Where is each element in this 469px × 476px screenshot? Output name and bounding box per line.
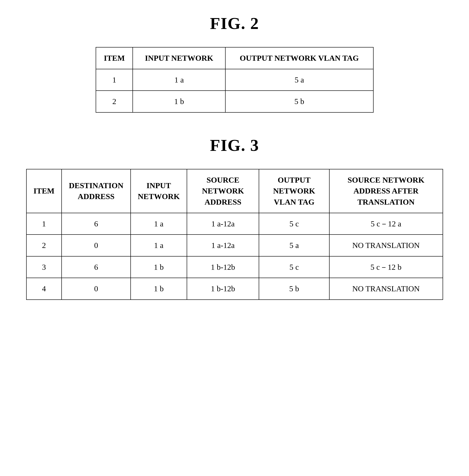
table-cell: 1 a <box>131 235 187 256</box>
table-cell: 1 b <box>131 256 187 278</box>
fig3-header-item: ITEM <box>26 169 62 213</box>
table-cell: NO TRANSLATION <box>329 278 443 300</box>
table-cell: 1 b-12b <box>187 278 259 300</box>
table-cell: 1 b-12b <box>187 256 259 278</box>
fig3-header-source-after-translation: SOURCE NETWORK ADDRESS AFTER TRANSLATION <box>329 169 443 213</box>
table-cell: 1 <box>26 213 62 235</box>
table-cell: 5 c <box>259 256 329 278</box>
fig2-table: ITEM INPUT NETWORK OUTPUT NETWORK VLAN T… <box>96 47 373 113</box>
table-cell: 4 <box>26 278 62 300</box>
table-cell: 5 c－12 a <box>329 213 443 235</box>
table-cell: 3 <box>26 256 62 278</box>
table-cell: 2 <box>96 91 133 112</box>
figure-2-section: FIG. 2 ITEM INPUT NETWORK OUTPUT NETWORK… <box>18 14 451 113</box>
table-cell: 1 a-12a <box>187 235 259 256</box>
table-cell: 1 a <box>131 213 187 235</box>
fig3-header-dest-addr: DESTINATION ADDRESS <box>62 169 131 213</box>
table-row: 11 a5 a <box>96 69 373 91</box>
table-cell: 6 <box>62 256 131 278</box>
table-cell: 5 a <box>259 235 329 256</box>
table-cell: 6 <box>62 213 131 235</box>
table-cell: 5 c <box>259 213 329 235</box>
table-cell: 5 c－12 b <box>329 256 443 278</box>
fig2-header-item: ITEM <box>96 47 133 69</box>
fig2-title: FIG. 2 <box>210 14 259 33</box>
fig3-table: ITEM DESTINATION ADDRESS INPUT NETWORK S… <box>26 169 443 300</box>
page-container: FIG. 2 ITEM INPUT NETWORK OUTPUT NETWORK… <box>18 14 451 323</box>
fig2-header-input-network: INPUT NETWORK <box>133 47 225 69</box>
fig3-header-source-network-addr: SOURCE NETWORK ADDRESS <box>187 169 259 213</box>
fig3-header-row: ITEM DESTINATION ADDRESS INPUT NETWORK S… <box>26 169 443 213</box>
fig3-header-output-network-vlan: OUTPUT NETWORK VLAN TAG <box>259 169 329 213</box>
table-cell: 0 <box>62 278 131 300</box>
fig3-header-input-network: INPUT NETWORK <box>131 169 187 213</box>
table-row: 161 a1 a-12a5 c5 c－12 a <box>26 213 443 235</box>
table-row: 21 b5 b <box>96 91 373 112</box>
table-cell: 1 <box>96 69 133 91</box>
figure-3-section: FIG. 3 ITEM DESTINATION ADDRESS INPUT NE… <box>18 136 451 300</box>
table-row: 201 a1 a-12a5 aNO TRANSLATION <box>26 235 443 256</box>
table-cell: 5 a <box>225 69 373 91</box>
table-cell: 5 b <box>259 278 329 300</box>
table-cell: 5 b <box>225 91 373 112</box>
table-cell: 1 a <box>133 69 225 91</box>
table-cell: 2 <box>26 235 62 256</box>
table-row: 361 b1 b-12b5 c5 c－12 b <box>26 256 443 278</box>
table-cell: NO TRANSLATION <box>329 235 443 256</box>
table-cell: 1 a-12a <box>187 213 259 235</box>
table-cell: 1 b <box>133 91 225 112</box>
table-row: 401 b1 b-12b5 bNO TRANSLATION <box>26 278 443 300</box>
fig2-header-row: ITEM INPUT NETWORK OUTPUT NETWORK VLAN T… <box>96 47 373 69</box>
table-cell: 1 b <box>131 278 187 300</box>
fig3-title: FIG. 3 <box>210 136 259 155</box>
table-cell: 0 <box>62 235 131 256</box>
fig2-header-output-network: OUTPUT NETWORK VLAN TAG <box>225 47 373 69</box>
